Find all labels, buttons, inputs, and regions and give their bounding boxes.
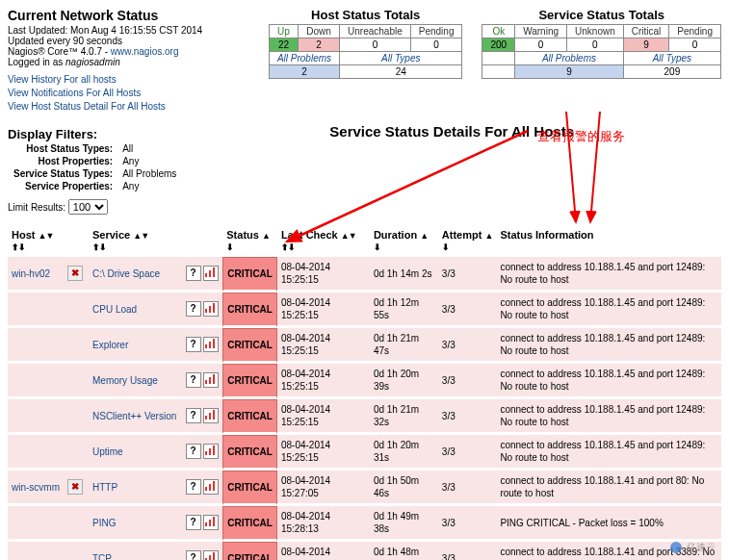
service-link[interactable]: NSClient++ Version (92, 411, 176, 421)
svc-col-unknown[interactable]: Unknown (567, 25, 624, 38)
link-view-history[interactable]: View History For all hosts (8, 74, 117, 85)
svc-val-pending[interactable]: 0 (669, 38, 721, 52)
table-row: PING? CRITICAL08-04-2014 15:28:130d 1h 4… (8, 506, 721, 541)
chart-icon[interactable] (203, 301, 219, 317)
host-val-pending[interactable]: 0 (410, 38, 462, 52)
svg-rect-22 (209, 484, 211, 491)
table-row: NSClient++ Version? CRITICAL08-04-2014 1… (8, 399, 721, 434)
svc-col-pending[interactable]: Pending (669, 25, 721, 38)
help-icon[interactable]: ? (186, 515, 201, 530)
table-row: Explorer? CRITICAL08-04-2014 15:25:150d … (8, 328, 721, 363)
service-link[interactable]: Memory Usage (92, 375, 158, 386)
limit-select[interactable]: 100 (68, 199, 108, 215)
help-icon[interactable]: ? (186, 479, 201, 495)
help-icon[interactable]: ? (186, 266, 201, 281)
link-host-status-detail[interactable]: View Host Status Detail For All Hosts (8, 101, 166, 112)
host-down-icon[interactable]: ✖ (67, 479, 83, 495)
product-name: Nagios® Core™ 4.0.7 - (8, 46, 111, 57)
col-status[interactable]: Status ▲⬇ (222, 225, 277, 256)
nagios-link[interactable]: www.nagios.org (111, 46, 179, 57)
host-all-problems-label[interactable]: All Problems (269, 52, 339, 65)
filter-host-prop-value: Any (118, 156, 180, 166)
attempt-cell: 3/3 (438, 399, 497, 434)
svc-col-ok[interactable]: Ok (482, 25, 515, 38)
svc-col-critical[interactable]: Critical (623, 25, 669, 38)
service-link[interactable]: Explorer (92, 340, 128, 350)
table-row: Memory Usage? CRITICAL08-04-2014 15:25:1… (8, 364, 721, 398)
duration-cell: 0d 1h 20m 31s (370, 435, 438, 470)
info-cell: connect to address 10.188.1.45 and port … (496, 364, 721, 398)
col-info[interactable]: Status Information (496, 225, 721, 256)
col-host[interactable]: Host ▲▼⬆⬇ (8, 225, 64, 256)
service-link[interactable]: Uptime (92, 446, 123, 457)
last-check-cell: 08-04-2014 15:27:05 (277, 471, 370, 505)
svc-all-types-val[interactable]: 209 (623, 65, 720, 79)
host-all-types-val[interactable]: 24 (340, 65, 462, 79)
col-duration[interactable]: Duration ▲⬇ (370, 225, 438, 256)
chart-icon[interactable] (203, 550, 219, 560)
chart-icon[interactable] (203, 444, 219, 459)
svg-rect-12 (205, 380, 207, 384)
status-cell: CRITICAL (222, 435, 277, 470)
info-cell: connect to address 10.188.1.45 and port … (496, 399, 721, 434)
col-attempt[interactable]: Attempt ▲⬇ (438, 225, 497, 256)
logged-in-user: nagiosadmin (65, 57, 120, 67)
chart-icon[interactable] (203, 408, 219, 423)
service-link[interactable]: TCP (92, 553, 112, 561)
info-cell: PING CRITICAL - Packet loss = 100% (496, 506, 721, 541)
svc-val-unknown[interactable]: 0 (567, 38, 624, 52)
table-row: win-hv02✖C:\ Drive Space? CRITICAL08-04-… (8, 257, 721, 292)
service-link[interactable]: CPU Load (92, 304, 137, 315)
attempt-cell: 3/3 (438, 328, 497, 363)
host-all-types-label[interactable]: All Types (340, 52, 462, 65)
service-link[interactable]: HTTP (92, 482, 117, 493)
host-col-unreachable[interactable]: Unreachable (340, 25, 411, 38)
service-link[interactable]: PING (92, 518, 116, 528)
last-check-cell: 08-04-2014 15:25:15 (277, 257, 370, 292)
host-link[interactable]: win-hv02 (12, 268, 50, 279)
host-link[interactable]: win-scvmm (12, 482, 60, 493)
col-last-check[interactable]: Last Check ▲▼⬆⬇ (277, 225, 370, 256)
host-val-up[interactable]: 22 (269, 38, 298, 52)
chart-icon[interactable] (203, 515, 219, 530)
host-val-unreachable[interactable]: 0 (340, 38, 411, 52)
host-down-icon[interactable]: ✖ (67, 266, 83, 281)
svc-all-problems-label[interactable]: All Problems (515, 52, 624, 65)
chart-icon[interactable] (203, 337, 219, 352)
help-icon[interactable]: ? (186, 301, 201, 317)
svc-all-problems-val[interactable]: 9 (515, 65, 624, 79)
service-link[interactable]: C:\ Drive Space (92, 268, 160, 279)
chart-icon[interactable] (203, 266, 219, 281)
filter-host-status-label: Host Status Types: (10, 143, 117, 154)
svg-rect-5 (213, 267, 215, 277)
svg-rect-7 (209, 306, 211, 313)
col-service[interactable]: Service ▲▼⬆⬇ (89, 225, 180, 256)
link-view-notifications[interactable]: View Notifications For All Hosts (8, 88, 141, 98)
help-icon[interactable]: ? (186, 372, 201, 388)
chart-icon[interactable] (203, 479, 219, 495)
help-icon[interactable]: ? (186, 408, 201, 423)
svc-all-types-label[interactable]: All Types (623, 52, 720, 65)
help-icon[interactable]: ? (186, 550, 201, 560)
svc-val-ok[interactable]: 200 (482, 38, 515, 52)
svc-val-critical[interactable]: 9 (623, 38, 669, 52)
help-icon[interactable]: ? (186, 337, 201, 352)
chart-icon[interactable] (203, 372, 219, 388)
svg-rect-8 (213, 303, 215, 313)
svg-rect-6 (205, 309, 207, 313)
status-cell: CRITICAL (222, 399, 277, 434)
svc-val-warning[interactable]: 0 (515, 38, 567, 52)
host-all-problems-val[interactable]: 2 (269, 65, 339, 79)
last-check-cell: 08-04-2014 15:25:15 (277, 399, 370, 434)
host-col-down[interactable]: Down (299, 25, 340, 38)
svg-rect-25 (209, 520, 211, 526)
attempt-cell: 3/3 (438, 542, 497, 560)
host-col-up[interactable]: Up (269, 25, 298, 38)
host-val-down[interactable]: 2 (299, 38, 340, 52)
last-check-cell: 08-04-2014 15:25:15 (277, 328, 370, 363)
help-icon[interactable]: ? (186, 444, 201, 459)
svg-rect-4 (209, 270, 211, 277)
last-check-cell: 08-04-2014 15:28:13 (277, 506, 370, 541)
host-col-pending[interactable]: Pending (410, 25, 462, 38)
svc-col-warning[interactable]: Warning (515, 25, 567, 38)
